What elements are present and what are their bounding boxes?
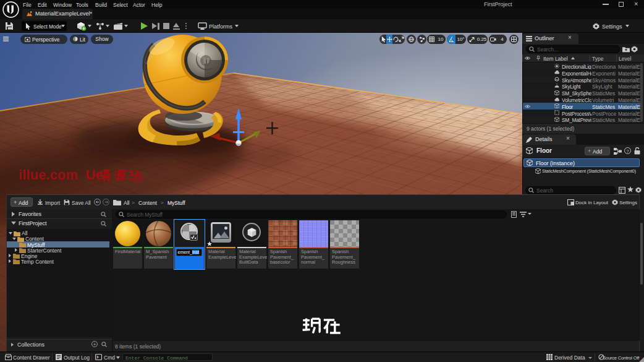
svg-text:illue.com Ue: illue.com Ue xyxy=(19,168,103,183)
